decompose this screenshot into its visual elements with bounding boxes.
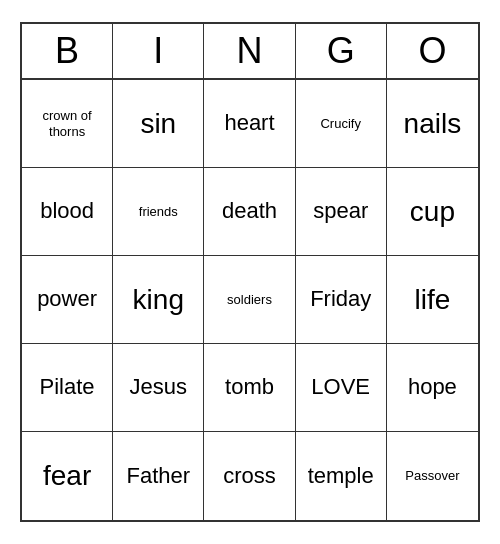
- cell-text: Father: [126, 463, 190, 489]
- bingo-cell: king: [113, 256, 204, 344]
- bingo-cell: temple: [296, 432, 387, 520]
- bingo-cell: crown of thorns: [22, 80, 113, 168]
- cell-text: soldiers: [227, 292, 272, 308]
- cell-text: Passover: [405, 468, 459, 484]
- bingo-cell: fear: [22, 432, 113, 520]
- cell-text: cross: [223, 463, 276, 489]
- bingo-header-letter: N: [204, 24, 295, 78]
- bingo-cell: Father: [113, 432, 204, 520]
- bingo-cell: Passover: [387, 432, 478, 520]
- cell-text: Jesus: [130, 374, 187, 400]
- bingo-cell: blood: [22, 168, 113, 256]
- bingo-cell: death: [204, 168, 295, 256]
- cell-text: sin: [140, 107, 176, 141]
- cell-text: LOVE: [311, 374, 370, 400]
- bingo-cell: Friday: [296, 256, 387, 344]
- bingo-header-letter: B: [22, 24, 113, 78]
- bingo-cell: nails: [387, 80, 478, 168]
- bingo-cell: Pilate: [22, 344, 113, 432]
- bingo-cell: Crucify: [296, 80, 387, 168]
- cell-text: friends: [139, 204, 178, 220]
- cell-text: crown of thorns: [26, 108, 108, 139]
- cell-text: tomb: [225, 374, 274, 400]
- bingo-cell: power: [22, 256, 113, 344]
- cell-text: blood: [40, 198, 94, 224]
- bingo-header-letter: O: [387, 24, 478, 78]
- cell-text: temple: [308, 463, 374, 489]
- bingo-cell: friends: [113, 168, 204, 256]
- bingo-cell: cross: [204, 432, 295, 520]
- cell-text: Crucify: [320, 116, 360, 132]
- bingo-card: BINGO crown of thornssinheartCrucifynail…: [20, 22, 480, 522]
- bingo-header-letter: I: [113, 24, 204, 78]
- cell-text: spear: [313, 198, 368, 224]
- bingo-cell: LOVE: [296, 344, 387, 432]
- cell-text: life: [414, 283, 450, 317]
- bingo-header-letter: G: [296, 24, 387, 78]
- bingo-cell: heart: [204, 80, 295, 168]
- cell-text: death: [222, 198, 277, 224]
- bingo-cell: hope: [387, 344, 478, 432]
- cell-text: hope: [408, 374, 457, 400]
- bingo-header: BINGO: [22, 24, 478, 80]
- cell-text: fear: [43, 459, 91, 493]
- cell-text: power: [37, 286, 97, 312]
- bingo-grid: crown of thornssinheartCrucifynailsblood…: [22, 80, 478, 520]
- bingo-cell: life: [387, 256, 478, 344]
- bingo-cell: tomb: [204, 344, 295, 432]
- cell-text: nails: [404, 107, 462, 141]
- bingo-cell: cup: [387, 168, 478, 256]
- bingo-cell: spear: [296, 168, 387, 256]
- bingo-cell: soldiers: [204, 256, 295, 344]
- bingo-cell: Jesus: [113, 344, 204, 432]
- bingo-cell: sin: [113, 80, 204, 168]
- cell-text: heart: [224, 110, 274, 136]
- cell-text: king: [133, 283, 184, 317]
- cell-text: Friday: [310, 286, 371, 312]
- cell-text: Pilate: [40, 374, 95, 400]
- cell-text: cup: [410, 195, 455, 229]
